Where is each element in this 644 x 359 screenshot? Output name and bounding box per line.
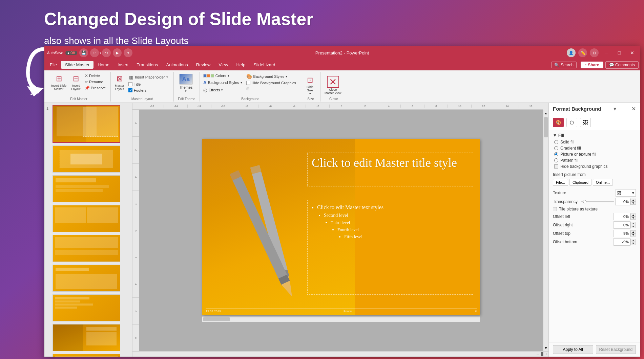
master-layout-button[interactable]: ⊠ MasterLayout <box>113 72 126 93</box>
slide-size-button[interactable]: ⊡ SlideSize ▾ <box>303 74 317 97</box>
scroll-thumb-h[interactable] <box>203 317 230 321</box>
restore-icon[interactable]: ⊡ <box>590 48 599 57</box>
slide-content-box[interactable]: Click to edit Master text styles Second … <box>307 200 473 295</box>
slide-thumb-3[interactable] <box>46 175 131 203</box>
slide-thumb-2[interactable] <box>46 145 131 173</box>
gradient-fill-option[interactable]: Gradient fill <box>554 146 636 151</box>
zoom-out-button[interactable]: ─ <box>537 352 539 356</box>
slide-main[interactable]: Click to edit Master title style Click t… <box>202 139 480 315</box>
slide-thumb-8[interactable] <box>46 323 131 352</box>
undo-icon[interactable]: ↩ <box>90 48 99 57</box>
offset-left-spin-up[interactable]: ▲ <box>630 214 636 217</box>
offset-left-spinner[interactable]: ▲ ▼ <box>630 214 636 220</box>
transparency-spinner[interactable]: ▲ ▼ <box>630 199 636 205</box>
search-box[interactable]: 🔍 Search <box>551 62 577 68</box>
format-tab-paint[interactable]: 🎨 <box>553 118 564 127</box>
apply-to-all-button[interactable]: Apply to All <box>553 345 593 354</box>
comments-button[interactable]: 💬 Comments <box>605 61 639 69</box>
hide-bg-option[interactable]: Hide background graphics <box>554 164 636 169</box>
offset-top-spin-up[interactable]: ▲ <box>630 230 636 233</box>
redo-icon[interactable]: ↪ <box>102 48 111 57</box>
customize-icon[interactable]: ▾ <box>124 48 132 57</box>
picture-fill-option[interactable]: Picture or texture fill <box>554 152 636 157</box>
offset-top-spin-down[interactable]: ▼ <box>630 233 636 237</box>
menu-slide-master[interactable]: Slide Master <box>61 61 94 69</box>
menu-home[interactable]: Home <box>94 61 113 69</box>
menu-help[interactable]: Help <box>232 61 249 69</box>
online-button[interactable]: Online... <box>593 179 613 186</box>
maximize-button[interactable]: □ <box>614 48 624 58</box>
slide-scroll[interactable]: 1 <box>44 103 132 357</box>
menu-review[interactable]: Review <box>192 61 215 69</box>
offset-left-spin-down[interactable]: ▼ <box>630 217 636 220</box>
insert-placeholder-button[interactable]: ▦ Insert Placeholder ▾ <box>127 74 170 81</box>
close-button[interactable]: ✕ <box>627 48 637 58</box>
background-styles-button[interactable]: 🎨 Background Styles ▾ <box>245 73 297 80</box>
offset-bottom-input[interactable] <box>614 238 630 246</box>
present-icon[interactable]: ▶ <box>113 48 122 57</box>
themes-button[interactable]: Aa Themes ▾ <box>176 72 196 94</box>
vertical-scrollbar[interactable]: ▲ ▼ <box>543 110 548 351</box>
delete-button[interactable]: ✕ Delete <box>83 73 107 78</box>
offset-left-input[interactable] <box>614 213 630 220</box>
menu-slidelizard[interactable]: SlideLizard <box>249 61 279 69</box>
transparency-input[interactable] <box>615 198 630 205</box>
slide-thumb-7[interactable] <box>46 294 131 322</box>
offset-bottom-spin-up[interactable]: ▲ <box>630 239 636 242</box>
menu-transitions[interactable]: Transitions <box>132 61 162 69</box>
transparency-spin-up[interactable]: ▲ <box>630 199 636 202</box>
transparency-slider[interactable] <box>581 201 614 202</box>
transparency-spin-down[interactable]: ▼ <box>630 202 636 205</box>
rename-button[interactable]: ✏ Rename <box>83 79 107 85</box>
fonts-button[interactable]: A Background Styles ▾ <box>202 79 244 86</box>
insert-layout-button[interactable]: ⊟ InsertLayout <box>69 72 83 93</box>
hide-bg-graphics-check[interactable]: Hide Background Graphics <box>245 81 297 85</box>
transparency-thumb[interactable] <box>583 200 586 203</box>
title-check[interactable]: Title <box>127 82 170 87</box>
zoom-in-button[interactable]: + <box>545 352 547 356</box>
slide-thumb-9[interactable]: 🖼 <box>46 353 131 357</box>
format-tab-polygon[interactable]: ⬠ <box>566 118 577 127</box>
offset-top-spinner[interactable]: ▲ ▼ <box>630 230 636 237</box>
format-panel-x[interactable]: ✕ <box>631 106 636 112</box>
minimize-button[interactable]: ─ <box>601 48 611 58</box>
scroll-down-button[interactable]: ▼ <box>543 344 548 351</box>
colors-button[interactable]: Colors ▾ <box>202 73 244 78</box>
offset-right-input[interactable] <box>614 221 630 229</box>
offset-bottom-spin-down[interactable]: ▼ <box>630 242 636 245</box>
offset-bottom-spinner[interactable]: ▲ ▼ <box>630 239 636 245</box>
solid-fill-option[interactable]: Solid fill <box>554 140 636 144</box>
clipboard-button[interactable]: Clipboard <box>569 179 591 186</box>
texture-button[interactable]: 🖼 ▾ <box>616 189 636 197</box>
offset-right-spin-down[interactable]: ▼ <box>630 225 636 228</box>
horizontal-scrollbar[interactable] <box>202 316 480 322</box>
pen-icon[interactable]: ✏️ <box>578 48 587 57</box>
format-panel-close[interactable]: ▾ <box>614 106 616 112</box>
offset-top-input[interactable] <box>614 230 630 237</box>
save-icon[interactable]: 💾 <box>79 48 88 57</box>
autosave-toggle[interactable]: ● Off <box>65 51 78 55</box>
offset-right-spin-up[interactable]: ▲ <box>630 222 636 225</box>
share-button[interactable]: ↑ Share <box>581 62 603 68</box>
slide-thumb-5[interactable] <box>46 234 131 263</box>
slide-thumb-6[interactable] <box>46 264 131 292</box>
offset-right-spinner[interactable]: ▲ ▼ <box>630 222 636 228</box>
pattern-fill-option[interactable]: Pattern fill <box>554 158 636 163</box>
slide-thumb-1[interactable]: 1 <box>46 104 131 143</box>
slide-thumb-4[interactable] <box>46 204 131 233</box>
reset-background-button[interactable]: Reset Background <box>596 345 636 354</box>
scroll-thumb-v[interactable] <box>544 117 548 137</box>
scroll-up-button[interactable]: ▲ <box>543 110 548 116</box>
tile-picture-option[interactable]: Tile picture as texture <box>553 207 636 211</box>
file-button[interactable]: File... <box>553 179 568 186</box>
menu-insert[interactable]: Insert <box>113 61 133 69</box>
format-background-mini-button[interactable]: ⊞ <box>245 86 297 92</box>
preserve-button[interactable]: 📌 Preserve <box>83 85 107 91</box>
fill-section-header[interactable]: ▼ Fill <box>553 133 636 138</box>
format-tab-image[interactable]: 🖼 <box>580 118 591 127</box>
menu-animations[interactable]: Animations <box>162 61 192 69</box>
close-master-view-button[interactable]: ✕ CloseMaster View <box>323 74 343 96</box>
footers-check[interactable]: ✓ Footers <box>127 88 170 93</box>
menu-view[interactable]: View <box>214 61 232 69</box>
effects-button[interactable]: ◎ Effects ▾ <box>202 87 244 93</box>
